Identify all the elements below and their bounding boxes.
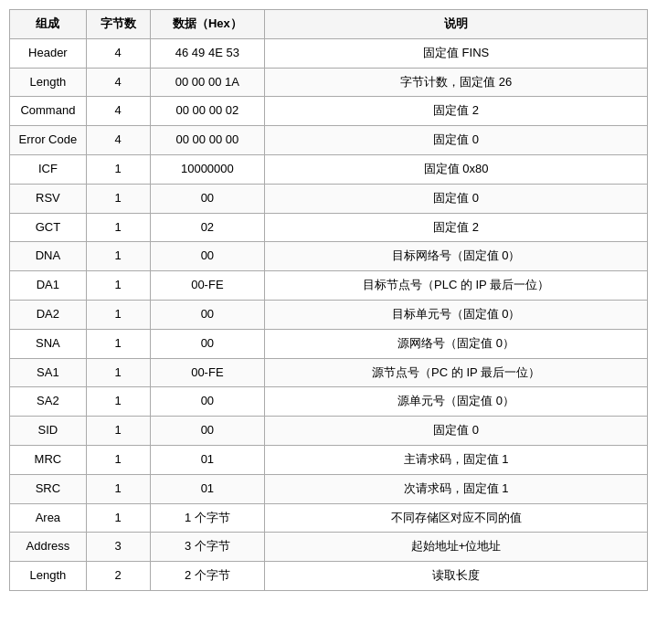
cell-desc: 次请求码，固定值 1 [265, 474, 648, 503]
table-row: DA1100-FE目标节点号（PLC 的 IP 最后一位） [10, 271, 648, 301]
cell-data: 00 [150, 417, 265, 446]
cell-data: 00 [150, 329, 265, 358]
cell-data: 10000000 [150, 154, 265, 184]
header-data: 数据（Hex） [150, 10, 265, 39]
table-row: Length22 个字节读取长度 [10, 562, 648, 591]
table-row: RSV100固定值 0 [10, 184, 648, 213]
header-desc: 说明 [265, 10, 648, 39]
table-row: MRC101主请求码，固定值 1 [10, 445, 648, 474]
main-table-wrapper: 组成 字节数 数据（Hex） 说明 Header446 49 4E 53固定值 … [9, 9, 648, 591]
cell-name: DA1 [10, 271, 87, 301]
table-row: GCT102固定值 2 [10, 213, 648, 242]
table-row: Address33 个字节起始地址+位地址 [10, 533, 648, 562]
cell-name: Length [10, 562, 87, 591]
cell-desc: 不同存储区对应不同的值 [265, 503, 648, 533]
cell-data: 00-FE [150, 358, 265, 387]
cell-bytes: 1 [86, 474, 150, 503]
fins-protocol-table: 组成 字节数 数据（Hex） 说明 Header446 49 4E 53固定值 … [9, 9, 648, 591]
table-row: ICF110000000固定值 0x80 [10, 154, 648, 184]
cell-bytes: 1 [86, 184, 150, 213]
table-row: SRC101次请求码，固定值 1 [10, 474, 648, 503]
cell-bytes: 3 [86, 533, 150, 562]
cell-desc: 固定值 0 [265, 184, 648, 213]
table-row: DNA100目标网络号（固定值 0） [10, 242, 648, 271]
cell-desc: 固定值 2 [265, 213, 648, 242]
cell-bytes: 4 [86, 97, 150, 126]
cell-name: RSV [10, 184, 87, 213]
cell-bytes: 1 [86, 329, 150, 358]
cell-bytes: 1 [86, 445, 150, 474]
table-header-row: 组成 字节数 数据（Hex） 说明 [10, 10, 648, 39]
cell-data: 00 [150, 184, 265, 213]
cell-data: 1 个字节 [150, 503, 265, 533]
cell-bytes: 1 [86, 154, 150, 184]
cell-name: SA2 [10, 387, 87, 417]
cell-desc: 固定值 0 [265, 417, 648, 446]
cell-data: 2 个字节 [150, 562, 265, 591]
cell-desc: 字节计数，固定值 26 [265, 68, 648, 97]
cell-bytes: 4 [86, 38, 150, 68]
cell-data: 01 [150, 474, 265, 503]
cell-desc: 目标单元号（固定值 0） [265, 300, 648, 329]
cell-data: 3 个字节 [150, 533, 265, 562]
cell-name: SRC [10, 474, 87, 503]
cell-name: Address [10, 533, 87, 562]
cell-bytes: 2 [86, 562, 150, 591]
header-name: 组成 [10, 10, 87, 39]
cell-desc: 读取长度 [265, 562, 648, 591]
table-row: SNA100源网络号（固定值 0） [10, 329, 648, 358]
table-row: Area11 个字节不同存储区对应不同的值 [10, 503, 648, 533]
cell-bytes: 4 [86, 68, 150, 97]
cell-name: MRC [10, 445, 87, 474]
cell-desc: 目标节点号（PLC 的 IP 最后一位） [265, 271, 648, 301]
cell-bytes: 1 [86, 271, 150, 301]
cell-name: ICF [10, 154, 87, 184]
cell-desc: 源网络号（固定值 0） [265, 329, 648, 358]
table-row: Command400 00 00 02固定值 2 [10, 97, 648, 126]
cell-name: GCT [10, 213, 87, 242]
cell-bytes: 4 [86, 126, 150, 155]
cell-data: 00 00 00 00 [150, 126, 265, 155]
cell-data: 00 00 00 02 [150, 97, 265, 126]
cell-data: 02 [150, 213, 265, 242]
cell-bytes: 1 [86, 417, 150, 446]
table-row: DA2100目标单元号（固定值 0） [10, 300, 648, 329]
table-row: Length400 00 00 1A字节计数，固定值 26 [10, 68, 648, 97]
cell-name: Error Code [10, 126, 87, 155]
cell-bytes: 1 [86, 213, 150, 242]
cell-name: SID [10, 417, 87, 446]
cell-data: 00 [150, 387, 265, 417]
cell-data: 00 [150, 242, 265, 271]
cell-desc: 固定值 2 [265, 97, 648, 126]
cell-name: Length [10, 68, 87, 97]
cell-desc: 固定值 FINS [265, 38, 648, 68]
cell-bytes: 1 [86, 503, 150, 533]
cell-name: SNA [10, 329, 87, 358]
cell-name: DA2 [10, 300, 87, 329]
cell-data: 00 00 00 1A [150, 68, 265, 97]
cell-desc: 目标网络号（固定值 0） [265, 242, 648, 271]
cell-desc: 源单元号（固定值 0） [265, 387, 648, 417]
cell-desc: 固定值 0x80 [265, 154, 648, 184]
table-row: Header446 49 4E 53固定值 FINS [10, 38, 648, 68]
cell-bytes: 1 [86, 242, 150, 271]
cell-name: Command [10, 97, 87, 126]
cell-name: SA1 [10, 358, 87, 387]
cell-data: 00 [150, 300, 265, 329]
cell-data: 00-FE [150, 271, 265, 301]
cell-bytes: 1 [86, 300, 150, 329]
cell-desc: 主请求码，固定值 1 [265, 445, 648, 474]
header-bytes: 字节数 [86, 10, 150, 39]
cell-desc: 源节点号（PC 的 IP 最后一位） [265, 358, 648, 387]
table-row: SID100固定值 0 [10, 417, 648, 446]
cell-data: 01 [150, 445, 265, 474]
cell-bytes: 1 [86, 387, 150, 417]
cell-desc: 起始地址+位地址 [265, 533, 648, 562]
cell-data: 46 49 4E 53 [150, 38, 265, 68]
cell-name: DNA [10, 242, 87, 271]
cell-bytes: 1 [86, 358, 150, 387]
cell-desc: 固定值 0 [265, 126, 648, 155]
table-row: Error Code400 00 00 00固定值 0 [10, 126, 648, 155]
cell-name: Header [10, 38, 87, 68]
table-row: SA1100-FE源节点号（PC 的 IP 最后一位） [10, 358, 648, 387]
